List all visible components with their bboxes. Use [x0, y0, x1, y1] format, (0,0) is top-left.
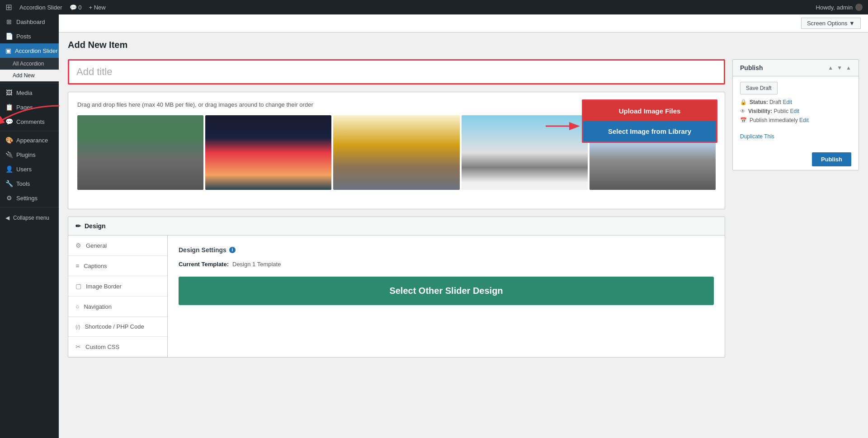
users-icon: 👤	[5, 165, 13, 173]
title-section	[68, 59, 725, 85]
screen-options-button[interactable]: Screen Options ▼	[801, 18, 861, 29]
screen-options-bar: Screen Options ▼	[59, 14, 868, 33]
wp-logo-icon[interactable]: ⊞	[5, 2, 12, 12]
pencil-icon: ✏	[75, 222, 81, 230]
publish-collapse-down[interactable]: ▼	[837, 65, 842, 71]
visibility-edit-link[interactable]: Edit	[790, 108, 800, 114]
publish-close[interactable]: ▲	[846, 65, 851, 71]
publish-button[interactable]: Publish	[812, 152, 851, 166]
main-column: Drag and drop files here (max 40 MB per …	[68, 59, 725, 358]
status-edit-link[interactable]: Edit	[783, 99, 792, 105]
status-row: 🔒 Status: Draft Edit	[740, 99, 851, 105]
design-nav-custom-css[interactable]: ✂ Custom CSS	[68, 337, 167, 357]
sidebar-item-dashboard[interactable]: ⊞ Dashboard	[0, 14, 59, 29]
save-draft-button[interactable]: Save Draft	[740, 82, 778, 94]
sidebar-item-appearance[interactable]: 🎨 Appearance	[0, 133, 59, 147]
sidebar-item-all-accordion[interactable]: All Accordion	[0, 58, 59, 70]
design-nav-general[interactable]: ⚙ General	[68, 235, 167, 256]
design-nav-captions[interactable]: ≡ Captions	[68, 256, 167, 276]
info-icon: i	[229, 247, 236, 253]
captions-icon: ≡	[75, 262, 79, 269]
page-title: Add New Item	[68, 40, 859, 50]
sidebar-item-add-new[interactable]: Add New	[0, 70, 59, 81]
select-library-button[interactable]: Select Image from Library	[583, 121, 716, 141]
sidebar-item-accordion-slider[interactable]: ▣ Accordion Slider Pro	[0, 43, 59, 58]
side-column: Publish ▲ ▼ ▲ Save Draft 🔒	[732, 59, 859, 358]
sidebar-item-users[interactable]: 👤 Users	[0, 162, 59, 176]
publish-header: Publish ▲ ▼ ▲	[733, 60, 859, 76]
main-content: Screen Options ▼ Add New Item	[59, 14, 868, 438]
avatar	[855, 4, 863, 11]
upload-area: Drag and drop files here (max 40 MB per …	[68, 92, 725, 209]
pages-icon: 📋	[5, 104, 13, 111]
gallery-image-4[interactable]	[462, 115, 588, 190]
comments-icon: 💬	[5, 118, 13, 125]
template-row: Current Template: Design 1 Template	[179, 261, 714, 268]
image-border-icon: ▢	[75, 283, 81, 290]
publish-footer: Publish	[733, 145, 859, 170]
design-nav-navigation[interactable]: ○ Navigation	[68, 297, 167, 317]
plugins-icon: 🔌	[5, 151, 13, 158]
site-name[interactable]: Accordion Slider	[19, 4, 62, 11]
design-content: Design Settings i Current Template: Desi…	[168, 235, 725, 357]
tools-icon: 🔧	[5, 180, 13, 187]
admin-bar: ⊞ Accordion Slider 💬 0 + New Howdy, admi…	[0, 0, 868, 14]
sidebar-item-settings[interactable]: ⚙ Settings	[0, 191, 59, 205]
visibility-row: 👁 Visibility: Public Edit	[740, 108, 851, 114]
sidebar-item-media[interactable]: 🖼 Media	[0, 85, 59, 100]
publish-body: Save Draft 🔒 Status: Draft Edit 👁	[733, 76, 859, 145]
sidebar-item-comments[interactable]: 💬 Comments	[0, 114, 59, 129]
design-nav-shortcode[interactable]: {/} Shortcode / PHP Code	[68, 317, 167, 337]
css-icon: ✂	[75, 343, 81, 350]
calendar-icon: 📅	[740, 117, 747, 123]
publish-time-edit-link[interactable]: Edit	[799, 117, 809, 123]
gallery-image-2[interactable]	[205, 115, 331, 190]
sidebar-item-tools[interactable]: 🔧 Tools	[0, 176, 59, 191]
collapse-icon: ◀	[5, 215, 9, 221]
design-section: ✏ Design ⚙ General ≡ Captions	[68, 217, 725, 358]
gallery-image-1[interactable]	[77, 115, 203, 190]
comments-link[interactable]: 💬 0	[70, 4, 82, 11]
publish-collapse-up[interactable]: ▲	[828, 65, 833, 71]
sidebar-item-pages[interactable]: 📋 Pages	[0, 100, 59, 114]
accordion-slider-icon: ▣	[5, 47, 11, 54]
publish-time-row: 📅 Publish immediately Edit	[740, 117, 851, 123]
visibility-icon: 👁	[740, 108, 745, 114]
appearance-icon: 🎨	[5, 137, 13, 144]
upload-buttons: Upload Image Files Select Image from Lib…	[582, 99, 717, 143]
title-input[interactable]	[69, 61, 724, 83]
sidebar-item-posts[interactable]: 📄 Posts	[0, 29, 59, 43]
settings-icon: ⚙	[5, 194, 13, 202]
design-header: ✏ Design	[68, 217, 725, 235]
sidebar-item-plugins[interactable]: 🔌 Plugins	[0, 147, 59, 162]
gear-icon: ⚙	[75, 242, 81, 249]
media-icon: 🖼	[5, 89, 13, 96]
status-icon: 🔒	[740, 99, 747, 105]
dashboard-icon: ⊞	[5, 18, 13, 25]
duplicate-link[interactable]: Duplicate This	[740, 133, 774, 140]
design-nav: ⚙ General ≡ Captions ▢ Image Border	[68, 235, 168, 357]
new-content-link[interactable]: + New	[89, 4, 106, 11]
gallery-image-3[interactable]	[333, 115, 459, 190]
design-settings-title: Design Settings i	[179, 246, 714, 254]
admin-sidebar: ⊞ Dashboard 📄 Posts ▣ Accordion Slider P…	[0, 14, 59, 438]
select-design-button[interactable]: Select Other Slider Design	[179, 277, 714, 305]
howdy-text: Howdy, admin	[816, 4, 863, 11]
upload-files-button[interactable]: Upload Image Files	[583, 101, 716, 121]
navigation-icon: ○	[75, 303, 79, 310]
publish-box: Publish ▲ ▼ ▲ Save Draft 🔒	[732, 59, 859, 170]
shortcode-icon: {/}	[75, 324, 80, 330]
posts-icon: 📄	[5, 33, 13, 40]
collapse-menu-button[interactable]: ◀ Collapse menu	[0, 211, 59, 225]
design-nav-image-border[interactable]: ▢ Image Border	[68, 276, 167, 297]
